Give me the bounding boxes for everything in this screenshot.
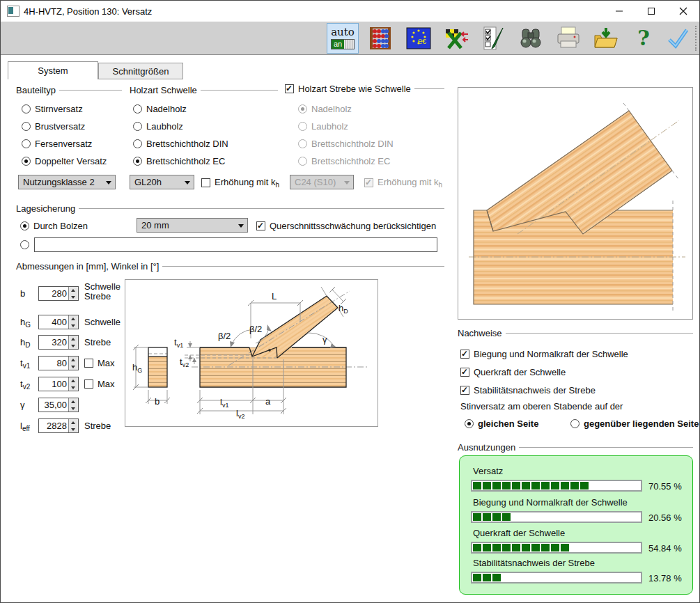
usage-bar-stabilitaet <box>471 572 642 584</box>
tab-schnittgroessen[interactable]: Schnittgrößen <box>98 63 183 79</box>
svg-text:b: b <box>155 396 160 407</box>
holzart-strebe-wie-schwelle-checkbox[interactable] <box>285 84 294 93</box>
maximize-button[interactable] <box>635 1 667 22</box>
dropdown-arrow-icon <box>344 181 350 185</box>
field-label-hD: hD <box>20 337 30 349</box>
spin-down-icon[interactable] <box>69 322 78 329</box>
dropdown-arrow-icon <box>238 224 244 228</box>
tab-system[interactable]: System <box>8 61 98 79</box>
svg-text:hD: hD <box>339 303 348 315</box>
tv2-input[interactable]: 100 <box>38 377 79 391</box>
calculate-button[interactable] <box>364 23 396 54</box>
radio-durch-bolzen[interactable]: Durch Bolzen <box>20 221 88 231</box>
tv2-max-checkbox[interactable]: Max <box>84 379 115 389</box>
radio-brustversatz[interactable]: Brustversatz <box>22 121 85 132</box>
an-indicator: an <box>331 39 355 49</box>
radio-schwelle-laubholz[interactable]: Laubholz <box>133 121 183 132</box>
close-button[interactable] <box>667 1 699 22</box>
nutzungsklasse-dropdown[interactable]: Nutzungsklasse 2 <box>18 175 116 189</box>
folder-down-icon <box>592 24 620 52</box>
radio-schwelle-nadelholz[interactable]: Nadelholz <box>133 104 187 114</box>
field-label-hG: hG <box>20 317 31 329</box>
dropdown-arrow-icon <box>106 181 111 185</box>
save-button[interactable] <box>590 23 622 54</box>
group-bauteiltyp: Bauteiltyp <box>16 85 122 95</box>
hG-input[interactable]: 400 <box>38 315 79 329</box>
radio-schwelle-bsh-ec[interactable]: Brettschichtholz EC <box>133 156 225 166</box>
hD-input[interactable]: 320 <box>38 335 79 350</box>
radio-gleichen-seite[interactable]: gleichen Seite <box>465 418 538 429</box>
minimize-button[interactable] <box>603 1 635 22</box>
usage-bar-querkraft <box>471 542 642 554</box>
spin-down-icon[interactable] <box>69 405 78 412</box>
group-abmessungen: Abmessungen in [mm], Winkel in [°] <box>16 261 444 271</box>
usage-value: 13.78 % <box>648 573 682 584</box>
spin-up-icon[interactable] <box>69 287 78 294</box>
spin-up-icon[interactable] <box>69 357 78 363</box>
search-button[interactable] <box>515 23 547 54</box>
radio-stirnversatz[interactable]: Stirnversatz <box>22 104 83 114</box>
spin-up-icon[interactable] <box>69 419 78 426</box>
printer-icon <box>554 24 582 52</box>
check-stabilitaet[interactable]: Stabilitätsnachweis der Strebe <box>460 385 596 396</box>
radio-strebe-bsh-din: Brettschichtholz DIN <box>298 139 394 149</box>
check-biegung-normalkraft[interactable]: Biegung und Normalkraft der Schwelle <box>460 349 628 359</box>
tv1-max-checkbox[interactable]: Max <box>84 358 115 368</box>
spin-up-icon[interactable] <box>69 377 78 384</box>
bolzen-diameter-dropdown[interactable]: 20 mm <box>137 218 248 233</box>
b-input[interactable]: 280 <box>38 286 79 301</box>
leff-input[interactable]: 2828 <box>38 418 79 433</box>
stirnversatz-note: Stinversatz am oberen Stabende auf der <box>460 401 623 412</box>
spin-down-icon[interactable] <box>69 363 78 370</box>
eurocode-button[interactable]: ec <box>403 23 435 54</box>
lagesicherung-custom-input[interactable] <box>34 237 437 252</box>
radio-strebe-laubholz: Laubholz <box>298 121 348 132</box>
svg-text:tv2: tv2 <box>180 357 189 368</box>
leff-note: Strebe <box>84 421 111 431</box>
dimension-diagram: hG b tv1 tv2 L β/2 β/2 γ hD lv1 a lv2 <box>125 279 378 427</box>
checklist-button[interactable] <box>477 23 509 54</box>
svg-text:γ: γ <box>322 334 327 345</box>
radio-lagesicherung-custom[interactable] <box>20 240 29 249</box>
querschnittsschwaechung-checkbox[interactable]: Querschnittsschwächung berücksichtigen <box>256 221 436 231</box>
field-label-tv1: tv1 <box>20 358 30 370</box>
svg-text:hG: hG <box>132 362 142 374</box>
spin-up-icon[interactable] <box>69 398 78 405</box>
svg-text:β/2: β/2 <box>218 331 231 341</box>
print-button[interactable] <box>552 23 584 54</box>
check-querkraft[interactable]: Querkraft der Schwelle <box>460 367 566 377</box>
usage-value: 70.55 % <box>648 481 682 492</box>
minimize-icon <box>615 7 623 15</box>
schwelle-kh-checkbox[interactable]: Erhöhung mit kh <box>201 177 279 189</box>
gamma-input[interactable]: 35,00 <box>38 398 79 412</box>
radio-fersenversatz[interactable]: Fersenversatz <box>22 139 92 149</box>
radio-schwelle-bsh-din[interactable]: Brettschichtholz DIN <box>133 139 228 149</box>
help-button[interactable]: ? <box>628 23 660 54</box>
question-mark-icon: ? <box>637 28 650 49</box>
dimension-diagram-svg: hG b tv1 tv2 L β/2 β/2 γ hD lv1 a lv2 <box>125 280 378 426</box>
radio-doppelter-versatz[interactable]: Doppelter Versatz <box>22 156 107 166</box>
strebe-material-dropdown: C24 (S10) <box>290 175 354 189</box>
blue-check-icon <box>664 24 692 52</box>
spin-down-icon[interactable] <box>69 294 78 301</box>
tv1-input[interactable]: 80 <box>38 356 79 370</box>
spin-down-icon[interactable] <box>69 384 78 391</box>
export-import-button[interactable] <box>441 23 473 54</box>
binoculars-icon <box>517 24 545 52</box>
joint-preview-svg <box>458 88 692 319</box>
auto-label: auto <box>331 27 355 38</box>
spin-up-icon[interactable] <box>69 315 78 322</box>
toolbar-grip[interactable] <box>695 26 697 51</box>
spin-down-icon[interactable] <box>69 426 78 433</box>
usage-label: Biegung und Normalkraft der Schwelle <box>473 497 628 508</box>
radio-gegenueber-seite[interactable]: gegenüber liegenden Seite <box>570 418 699 429</box>
dropdown-arrow-icon <box>185 181 190 185</box>
schwelle-material-dropdown[interactable]: GL20h <box>130 175 194 189</box>
auto-an-toggle-button[interactable]: auto an <box>327 23 359 54</box>
spin-down-icon[interactable] <box>69 343 78 350</box>
toolbar: auto an <box>1 22 699 55</box>
usage-label: Stabilitätsnachweis der Strebe <box>473 558 595 568</box>
spin-up-icon[interactable] <box>69 336 78 343</box>
usage-bar-biegung <box>471 511 642 523</box>
confirm-button[interactable] <box>662 23 694 54</box>
